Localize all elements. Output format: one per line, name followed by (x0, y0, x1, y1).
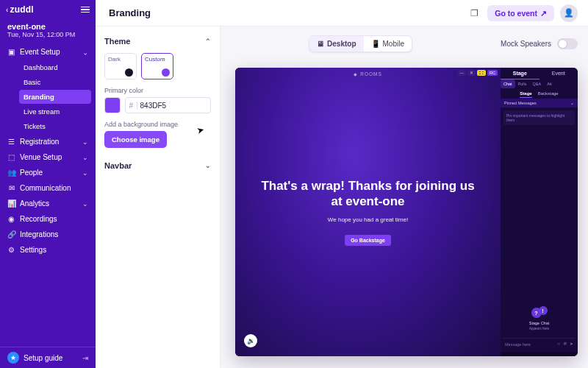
sidebar-sub-basic[interactable]: Basic (19, 75, 91, 89)
sidebar-item-people[interactable]: 👥 People ⌄ (0, 165, 96, 180)
copy-icon[interactable]: ❐ (465, 4, 483, 22)
external-link-icon: ↗ (540, 9, 547, 18)
custom-swatch-icon (162, 68, 170, 77)
mock-speakers-toggle[interactable] (557, 38, 578, 49)
device-desktop[interactable]: 🖥 Desktop (309, 36, 363, 52)
section-navbar-label: Navbar (104, 161, 132, 170)
sidebar-item-communication[interactable]: ✉ Communication (0, 180, 96, 196)
message-input[interactable]: Message here ☺＠➤ (503, 338, 575, 350)
pinned-messages-header[interactable]: Pinned Messages⌄ (501, 99, 578, 107)
theme-option-dark[interactable]: Dark (104, 53, 137, 79)
section-theme[interactable]: Theme ⌃ (104, 34, 211, 49)
mic-icon[interactable]: 🔉 (244, 334, 257, 347)
brand-name: zuddl (10, 4, 34, 15)
primary-color-label: Primary color (104, 87, 211, 94)
record-icon: ◉ (7, 215, 15, 223)
hero-title: That's a wrap! Thanks for joining us at … (258, 178, 478, 210)
mobile-icon: 📱 (371, 40, 380, 48)
event-block[interactable]: event-one Tue, Nov 15, 12:00 PM (0, 19, 96, 44)
hero-subtitle: We hope you had a great time! (328, 216, 408, 223)
stage-top-pills: — ✕ ⛶ RC (458, 70, 498, 76)
list-icon: ☰ (7, 138, 15, 146)
go-to-event-label: Go to event (495, 9, 537, 18)
primary-color-input-wrap: # (125, 97, 211, 113)
avatar[interactable]: 👤 (560, 4, 578, 22)
pill-2[interactable]: ✕ (467, 70, 476, 76)
sidebar-item-registration[interactable]: ☰ Registration ⌄ (0, 134, 96, 149)
subtab-chat[interactable]: Chat (501, 79, 515, 88)
sidebar-nav: ▣ Event Setup ⌃ Dashboard Basic Branding… (0, 44, 96, 347)
stage-side-panel: Stage Event Chat Polls Q&A Att Stage Bac… (501, 68, 578, 356)
device-desktop-label: Desktop (327, 40, 356, 48)
chevron-down-icon: ⌄ (82, 200, 88, 208)
subtab-polls[interactable]: Polls (515, 79, 530, 88)
collapse-icon: ⇥ (82, 354, 88, 362)
event-name: event-one (7, 22, 88, 31)
page-title: Branding (109, 7, 151, 18)
side-tab-event[interactable]: Event (539, 68, 578, 79)
chevron-down-icon: ⌄ (82, 169, 88, 177)
subtab-att[interactable]: Att (544, 79, 555, 88)
device-switch: 🖥 Desktop 📱 Mobile (309, 35, 412, 52)
mail-icon: ✉ (7, 184, 15, 192)
side-tab-stage[interactable]: Stage (501, 68, 539, 79)
theme-custom-label: Custom (145, 56, 170, 63)
pill-3[interactable]: ⛶ (477, 70, 486, 76)
sidebar-sub-dashboard[interactable]: Dashboard (19, 60, 91, 74)
hash-label: # (126, 102, 137, 110)
sidebar-item-settings[interactable]: ⚙ Settings (0, 242, 96, 258)
layout-icon: ⬚ (7, 153, 15, 161)
menu-icon[interactable] (81, 7, 90, 13)
chart-icon: 📊 (7, 199, 15, 208)
chevron-down-icon: ⌄ (82, 138, 88, 146)
chat-scope-backstage[interactable]: Backstage (538, 91, 559, 96)
sidebar: ‹ zuddl event-one Tue, Nov 15, 12:00 PM … (0, 0, 96, 368)
go-backstage-button[interactable]: Go Backstage (345, 235, 391, 246)
people-icon: 👥 (7, 169, 15, 177)
link-icon: 🔗 (7, 230, 15, 238)
chat-bubbles-icon: ?! (531, 306, 548, 319)
device-mobile[interactable]: 📱 Mobile (364, 36, 412, 52)
setup-guide-label: Setup guide (24, 354, 62, 362)
send-icon: ➤ (570, 342, 573, 346)
sidebar-item-analytics[interactable]: 📊 Analytics ⌄ (0, 196, 96, 211)
go-to-event-button[interactable]: Go to event ↗ (487, 5, 554, 21)
sidebar-item-recordings[interactable]: ◉ Recordings (0, 211, 96, 227)
mock-speakers-label: Mock Speakers (501, 40, 551, 48)
sidebar-item-venue-setup[interactable]: ⬚ Venue Setup ⌄ (0, 149, 96, 165)
grid-icon: ▣ (7, 48, 15, 56)
chevron-up-icon: ⌃ (205, 38, 211, 45)
branding-panel: Theme ⌃ Dark Custom Primary color (96, 26, 220, 368)
star-icon: ★ (7, 352, 19, 364)
pill-avatar[interactable]: RC (487, 70, 498, 76)
topbar: Branding ❐ Go to event ↗ 👤 (96, 0, 588, 26)
sidebar-sub-tickets[interactable]: Tickets (19, 119, 91, 133)
sidebar-item-event-setup[interactable]: ▣ Event Setup ⌃ (0, 44, 96, 60)
pill-1[interactable]: — (458, 70, 467, 76)
theme-option-custom[interactable]: Custom (141, 53, 173, 79)
device-mobile-label: Mobile (383, 40, 404, 48)
primary-color-input[interactable] (137, 102, 210, 110)
subtab-qna[interactable]: Q&A (530, 79, 545, 88)
chevron-down-icon: ⌄ (205, 162, 211, 169)
choose-image-button[interactable]: Choose image (104, 131, 167, 148)
gear-icon: ⚙ (7, 246, 15, 254)
brand-logo[interactable]: ‹ zuddl (6, 4, 34, 15)
sidebar-item-integrations[interactable]: 🔗 Integrations (0, 227, 96, 242)
chevron-down-icon: ⌄ (82, 154, 88, 161)
stage-preview: ◆ROOMS — ✕ ⛶ RC That's a wrap! Thanks fo… (235, 68, 578, 356)
section-navbar[interactable]: Navbar ⌄ (104, 158, 211, 173)
preview-area: 🖥 Desktop 📱 Mobile Mock Speakers (220, 26, 588, 368)
setup-guide-button[interactable]: ★ Setup guide ⇥ (0, 347, 96, 368)
sidebar-sub-live-stream[interactable]: Live stream (19, 105, 91, 118)
event-date: Tue, Nov 15, 12:00 PM (7, 31, 88, 38)
dark-swatch-icon (125, 68, 133, 77)
chat-scope-stage[interactable]: Stage (520, 91, 531, 96)
chevron-left-icon: ‹ (6, 6, 9, 14)
sidebar-sub-branding[interactable]: Branding (19, 90, 91, 104)
section-theme-label: Theme (104, 37, 130, 46)
attach-icon: ＠ (563, 342, 567, 346)
theme-dark-label: Dark (108, 56, 133, 63)
stage-chat-empty: ?! Stage Chat Appears here (501, 302, 578, 335)
primary-color-swatch[interactable] (104, 97, 121, 113)
